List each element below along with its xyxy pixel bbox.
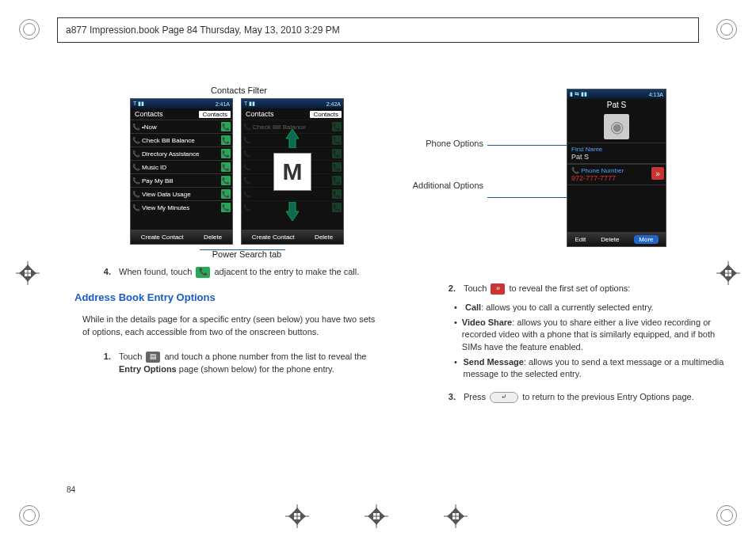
document-header: a877 Impression.book Page 84 Thursday, M… [57, 17, 699, 43]
svg-marker-30 [286, 129, 299, 148]
svg-marker-22 [372, 508, 381, 513]
svg-marker-16 [292, 508, 302, 513]
phone-status-bar: T ▮▮2:42A [242, 99, 343, 108]
step-1: 1. Touch ▤ and touch a phone number from… [98, 350, 380, 376]
right-column: 2. Touch » to reveal the first set of op… [411, 86, 724, 508]
list-item[interactable]: 📞View My Minutes📞 [131, 200, 232, 214]
call-icon: 📞 [196, 267, 210, 278]
svg-marker-10 [724, 264, 733, 270]
svg-marker-29 [451, 519, 460, 525]
step-2: 2. Touch » to reveal the first set of op… [443, 282, 724, 295]
svg-marker-4 [23, 264, 32, 270]
svg-marker-28 [451, 508, 460, 513]
phone-bottom-bar: Create Contact Delete [242, 230, 343, 244]
label-contacts-filter: Contacts Filter [98, 86, 380, 95]
list-item[interactable]: 📞Pay My Bill📞 [131, 173, 232, 187]
list-item[interactable]: 📞View Data Usage📞 [131, 187, 232, 200]
list-item[interactable]: 📞Directory Assistance📞 [131, 146, 232, 160]
back-key-icon: ⤶ [490, 392, 518, 403]
leader-line [200, 249, 285, 250]
section-heading: Address Book Entry Options [74, 291, 380, 303]
bullet-item: •Video Share: allows you to share either… [454, 317, 724, 353]
left-column: Contacts Filter T ▮▮2:41A ContactsContac… [67, 86, 380, 508]
svg-marker-5 [23, 276, 32, 282]
list-item[interactable]: 📞Music ID📞 [131, 160, 232, 173]
create-contact-button[interactable]: Create Contact [141, 234, 184, 241]
phone-title-bar: ContactsContacts [242, 108, 343, 120]
registration-mark-icon [716, 19, 737, 40]
svg-marker-31 [286, 202, 299, 221]
registration-mark-icon [19, 19, 40, 40]
header-text: a877 Impression.book Page 84 Thursday, M… [66, 25, 340, 36]
list-item[interactable]: 📞Check Bill Balance📞 [131, 133, 232, 146]
arrow-down-icon [284, 202, 300, 222]
phone-screenshot-contacts: T ▮▮2:41A ContactsContacts 📞•Now📞📞Check … [130, 98, 233, 245]
delete-button[interactable]: Delete [204, 234, 222, 241]
phone-bottom-bar: Create Contact Delete [131, 230, 232, 244]
bullet-item: •Send Message: allows you to send a text… [454, 356, 724, 381]
step-3: 3. Press ⤶ to return to the previous Ent… [443, 390, 724, 404]
phone-title-bar: ContactsContacts [131, 108, 232, 120]
bullet-item: •Call: allows you to call a currently se… [454, 302, 724, 314]
page-number: 84 [67, 485, 75, 494]
crop-mark-icon [16, 261, 40, 285]
contacts-icon: ▤ [146, 352, 160, 363]
label-power-search: Power Search tab [114, 249, 380, 259]
delete-button[interactable]: Delete [315, 234, 333, 241]
power-search-letter: M [273, 153, 311, 191]
registration-mark-icon [19, 505, 40, 526]
svg-marker-17 [292, 519, 302, 525]
create-contact-button[interactable]: Create Contact [252, 234, 295, 241]
intro-text: While in the details page for a specific… [82, 313, 380, 339]
list-item[interactable]: 📞•Now📞 [131, 120, 232, 133]
arrow-up-icon [284, 129, 300, 150]
step-4: 4. When found, touch 📞 adjacent to the e… [98, 265, 380, 279]
phone-status-bar: T ▮▮2:41A [131, 99, 232, 108]
svg-marker-11 [724, 276, 733, 282]
phone-screenshot-search: T ▮▮2:42A ContactsContacts 📞Check Bill B… [241, 98, 344, 245]
svg-marker-23 [372, 519, 381, 525]
expand-icon: » [491, 283, 505, 295]
